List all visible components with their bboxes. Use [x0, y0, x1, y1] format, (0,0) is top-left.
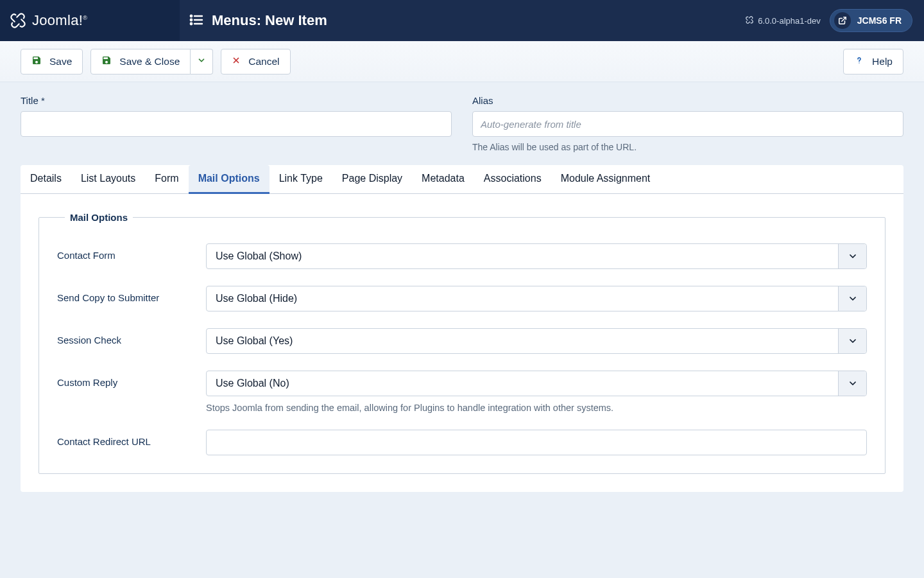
alias-label: Alias: [472, 95, 903, 106]
help-button[interactable]: Help: [843, 49, 903, 74]
question-icon: [854, 55, 864, 68]
tab-mail-options[interactable]: Mail Options: [189, 165, 270, 194]
chevron-down-icon: [838, 329, 866, 353]
brand-area[interactable]: Joomla!®: [0, 0, 180, 41]
app-header: Joomla!® Menus: New Item: [0, 0, 924, 41]
alias-help-text: The Alias will be used as part of the UR…: [472, 142, 903, 152]
save-label: Save: [49, 56, 72, 67]
contact-form-value: Use Global (Show): [207, 250, 838, 262]
save-icon: [31, 55, 42, 68]
tab-module-assignment[interactable]: Module Assignment: [551, 165, 660, 194]
tab-details[interactable]: Details: [21, 165, 71, 194]
external-link-icon: [834, 12, 851, 29]
cancel-label: Cancel: [248, 56, 279, 67]
help-label: Help: [872, 56, 893, 67]
cancel-button[interactable]: Cancel: [221, 49, 290, 74]
tab-page-display[interactable]: Page Display: [332, 165, 412, 194]
title-input[interactable]: [21, 111, 452, 137]
joomla-mini-icon: [745, 15, 754, 26]
joomla-logo-icon: [9, 12, 27, 30]
version-badge[interactable]: 6.0.0-alpha1-dev: [745, 15, 821, 26]
custom-reply-label: Custom Reply: [57, 371, 206, 388]
custom-reply-value: Use Global (No): [207, 378, 838, 389]
list-icon: [189, 12, 204, 30]
chevron-down-icon: [838, 371, 866, 396]
chevron-down-icon: [197, 56, 206, 67]
save-close-label: Save & Close: [119, 56, 180, 67]
svg-point-5: [191, 22, 192, 24]
tab-form[interactable]: Form: [145, 165, 188, 194]
brand-name: Joomla!®: [32, 12, 87, 29]
site-name: JCMS6 FR: [857, 15, 902, 26]
tab-link-type[interactable]: Link Type: [270, 165, 332, 194]
session-check-select[interactable]: Use Global (Yes): [206, 328, 867, 354]
send-copy-select[interactable]: Use Global (Hide): [206, 286, 867, 311]
page-title-area: Menus: New Item: [180, 12, 745, 30]
save-close-button[interactable]: Save & Close: [90, 49, 191, 74]
custom-reply-select[interactable]: Use Global (No): [206, 371, 867, 396]
save-icon: [101, 55, 112, 68]
tab-list-layouts[interactable]: List Layouts: [71, 165, 145, 194]
send-copy-label: Send Copy to Submitter: [57, 286, 206, 303]
redirect-url-input[interactable]: [206, 430, 867, 455]
redirect-url-label: Contact Redirect URL: [57, 430, 206, 447]
content-area: Title * Alias The Alias will be used as …: [0, 82, 924, 518]
contact-form-select[interactable]: Use Global (Show): [206, 243, 867, 269]
header-right: 6.0.0-alpha1-dev JCMS6 FR: [745, 9, 924, 32]
chevron-down-icon: [838, 244, 866, 268]
svg-point-3: [191, 15, 192, 16]
title-label: Title *: [21, 95, 452, 106]
page-title: Menus: New Item: [212, 12, 327, 29]
tab-associations[interactable]: Associations: [474, 165, 551, 194]
tab-panel: Mail Options Contact Form Use Global (Sh…: [21, 194, 903, 492]
version-text: 6.0.0-alpha1-dev: [758, 16, 821, 26]
send-copy-value: Use Global (Hide): [207, 293, 838, 304]
site-link-badge[interactable]: JCMS6 FR: [830, 9, 912, 32]
save-close-dropdown[interactable]: [191, 49, 213, 74]
close-icon: [232, 56, 241, 67]
alias-input[interactable]: [472, 111, 903, 137]
chevron-down-icon: [838, 286, 866, 311]
title-row: Title * Alias The Alias will be used as …: [21, 95, 903, 152]
toolbar: Save Save & Close Cancel Help: [0, 41, 924, 82]
session-check-label: Session Check: [57, 328, 206, 346]
tab-metadata[interactable]: Metadata: [412, 165, 474, 194]
contact-form-label: Contact Form: [57, 243, 206, 261]
save-button[interactable]: Save: [21, 49, 83, 74]
save-close-group: Save & Close: [90, 49, 213, 74]
svg-point-4: [191, 19, 192, 20]
svg-point-8: [859, 62, 859, 63]
custom-reply-desc: Stops Joomla from sending the email, all…: [206, 403, 867, 413]
mail-options-fieldset: Mail Options Contact Form Use Global (Sh…: [38, 212, 886, 474]
fieldset-legend: Mail Options: [65, 212, 133, 223]
session-check-value: Use Global (Yes): [207, 335, 838, 347]
tab-bar: Details List Layouts Form Mail Options L…: [21, 165, 903, 194]
